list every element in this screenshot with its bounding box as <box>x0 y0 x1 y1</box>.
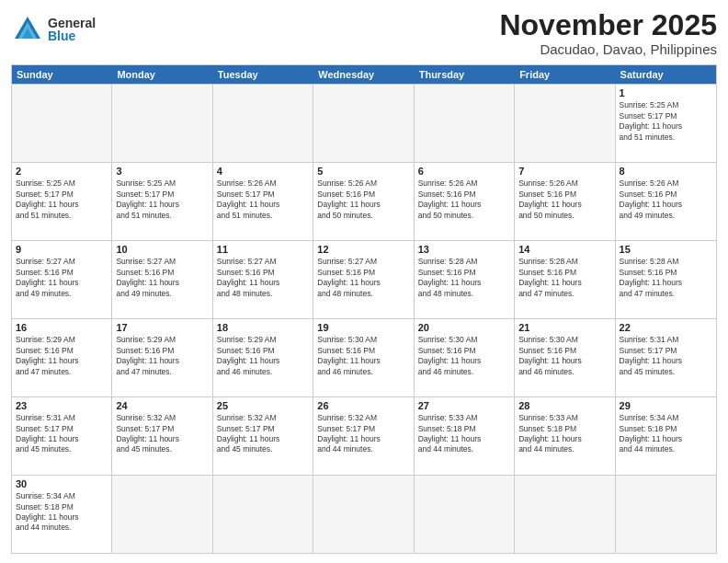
day-info: Sunrise: 5:27 AM Sunset: 5:16 PM Dayligh… <box>116 257 208 299</box>
weekday-header: Tuesday <box>213 65 313 84</box>
calendar-header: SundayMondayTuesdayWednesdayThursdayFrid… <box>12 65 716 84</box>
day-info: Sunrise: 5:26 AM Sunset: 5:16 PM Dayligh… <box>418 178 510 221</box>
day-info: Sunrise: 5:31 AM Sunset: 5:17 PM Dayligh… <box>620 335 712 377</box>
day-info: Sunrise: 5:26 AM Sunset: 5:17 PM Dayligh… <box>217 178 309 221</box>
calendar-cell: 26Sunrise: 5:32 AM Sunset: 5:17 PM Dayli… <box>313 397 414 475</box>
day-info: Sunrise: 5:26 AM Sunset: 5:16 PM Dayligh… <box>317 178 409 221</box>
day-number: 11 <box>217 244 309 255</box>
calendar-cell <box>415 85 515 162</box>
day-number: 1 <box>620 87 712 98</box>
calendar-cell: 23Sunrise: 5:31 AM Sunset: 5:17 PM Dayli… <box>12 397 112 475</box>
calendar-cell: 22Sunrise: 5:31 AM Sunset: 5:17 PM Dayli… <box>616 319 716 396</box>
calendar-cell: 21Sunrise: 5:30 AM Sunset: 5:16 PM Dayli… <box>515 319 615 396</box>
calendar-row: 1Sunrise: 5:25 AM Sunset: 5:17 PM Daylig… <box>12 84 716 162</box>
day-number: 26 <box>317 400 409 411</box>
header: General Blue November 2025 Dacudao, Dava… <box>11 9 717 57</box>
day-info: Sunrise: 5:33 AM Sunset: 5:18 PM Dayligh… <box>418 413 510 455</box>
day-number: 14 <box>518 244 610 255</box>
weekday-header: Thursday <box>415 65 515 84</box>
calendar-cell: 20Sunrise: 5:30 AM Sunset: 5:16 PM Dayli… <box>415 319 515 396</box>
day-number: 6 <box>418 166 510 177</box>
day-number: 9 <box>16 244 108 255</box>
calendar-cell <box>213 85 313 162</box>
calendar-row: 23Sunrise: 5:31 AM Sunset: 5:17 PM Dayli… <box>12 396 716 475</box>
calendar-cell: 8Sunrise: 5:26 AM Sunset: 5:16 PM Daylig… <box>616 163 716 240</box>
day-info: Sunrise: 5:26 AM Sunset: 5:16 PM Dayligh… <box>518 178 610 221</box>
day-info: Sunrise: 5:29 AM Sunset: 5:16 PM Dayligh… <box>217 335 309 377</box>
calendar-cell: 24Sunrise: 5:32 AM Sunset: 5:17 PM Dayli… <box>112 397 212 475</box>
day-number: 2 <box>16 166 108 177</box>
day-number: 21 <box>518 322 610 333</box>
day-info: Sunrise: 5:28 AM Sunset: 5:16 PM Dayligh… <box>518 257 610 299</box>
calendar: SundayMondayTuesdayWednesdayThursdayFrid… <box>11 64 717 554</box>
calendar-cell <box>515 85 615 162</box>
location: Dacudao, Davao, Philippines <box>499 41 717 57</box>
day-info: Sunrise: 5:30 AM Sunset: 5:16 PM Dayligh… <box>317 335 409 377</box>
day-info: Sunrise: 5:27 AM Sunset: 5:16 PM Dayligh… <box>16 257 108 299</box>
day-number: 4 <box>217 166 309 177</box>
day-info: Sunrise: 5:31 AM Sunset: 5:17 PM Dayligh… <box>16 413 108 455</box>
calendar-row: 30Sunrise: 5:34 AM Sunset: 5:18 PM Dayli… <box>12 475 716 553</box>
calendar-cell <box>112 85 212 162</box>
calendar-cell: 6Sunrise: 5:26 AM Sunset: 5:16 PM Daylig… <box>415 163 515 240</box>
calendar-cell: 3Sunrise: 5:25 AM Sunset: 5:17 PM Daylig… <box>112 163 212 240</box>
day-number: 30 <box>16 478 108 489</box>
weekday-header: Friday <box>515 65 615 84</box>
logo-icon <box>11 13 44 46</box>
calendar-cell: 10Sunrise: 5:27 AM Sunset: 5:16 PM Dayli… <box>112 241 212 318</box>
calendar-row: 9Sunrise: 5:27 AM Sunset: 5:16 PM Daylig… <box>12 240 716 318</box>
calendar-cell <box>515 476 615 553</box>
page: General Blue November 2025 Dacudao, Dava… <box>0 0 728 563</box>
day-number: 16 <box>16 322 108 333</box>
logo-general: General <box>48 17 96 29</box>
day-info: Sunrise: 5:29 AM Sunset: 5:16 PM Dayligh… <box>116 335 208 377</box>
day-info: Sunrise: 5:27 AM Sunset: 5:16 PM Dayligh… <box>217 257 309 299</box>
calendar-cell: 11Sunrise: 5:27 AM Sunset: 5:16 PM Dayli… <box>213 241 313 318</box>
logo: General Blue <box>11 13 96 46</box>
calendar-cell: 12Sunrise: 5:27 AM Sunset: 5:16 PM Dayli… <box>313 241 414 318</box>
day-number: 3 <box>116 166 208 177</box>
calendar-cell <box>616 476 716 553</box>
calendar-cell: 16Sunrise: 5:29 AM Sunset: 5:16 PM Dayli… <box>12 319 112 396</box>
logo-blue: Blue <box>48 29 96 42</box>
day-number: 13 <box>418 244 510 255</box>
day-info: Sunrise: 5:25 AM Sunset: 5:17 PM Dayligh… <box>116 178 208 221</box>
calendar-row: 16Sunrise: 5:29 AM Sunset: 5:16 PM Dayli… <box>12 318 716 396</box>
day-number: 20 <box>418 322 510 333</box>
day-number: 18 <box>217 322 309 333</box>
day-number: 8 <box>620 166 712 177</box>
calendar-cell: 5Sunrise: 5:26 AM Sunset: 5:16 PM Daylig… <box>313 163 414 240</box>
day-info: Sunrise: 5:34 AM Sunset: 5:18 PM Dayligh… <box>620 413 712 455</box>
day-info: Sunrise: 5:25 AM Sunset: 5:17 PM Dayligh… <box>16 178 108 221</box>
month-title: November 2025 <box>499 9 717 41</box>
calendar-cell: 14Sunrise: 5:28 AM Sunset: 5:16 PM Dayli… <box>515 241 615 318</box>
day-number: 23 <box>16 400 108 411</box>
day-number: 17 <box>116 322 208 333</box>
day-info: Sunrise: 5:33 AM Sunset: 5:18 PM Dayligh… <box>518 413 610 455</box>
day-info: Sunrise: 5:25 AM Sunset: 5:17 PM Dayligh… <box>620 100 712 143</box>
calendar-cell: 13Sunrise: 5:28 AM Sunset: 5:16 PM Dayli… <box>415 241 515 318</box>
calendar-cell <box>313 85 414 162</box>
day-number: 24 <box>116 400 208 411</box>
calendar-cell <box>12 85 112 162</box>
logo-text: General Blue <box>48 17 96 42</box>
day-number: 19 <box>317 322 409 333</box>
calendar-cell <box>415 476 515 553</box>
weekday-header: Saturday <box>616 65 716 84</box>
day-info: Sunrise: 5:30 AM Sunset: 5:16 PM Dayligh… <box>518 335 610 377</box>
day-info: Sunrise: 5:28 AM Sunset: 5:16 PM Dayligh… <box>418 257 510 299</box>
calendar-cell: 7Sunrise: 5:26 AM Sunset: 5:16 PM Daylig… <box>515 163 615 240</box>
calendar-cell: 27Sunrise: 5:33 AM Sunset: 5:18 PM Dayli… <box>415 397 515 475</box>
calendar-cell: 15Sunrise: 5:28 AM Sunset: 5:16 PM Dayli… <box>616 241 716 318</box>
day-info: Sunrise: 5:32 AM Sunset: 5:17 PM Dayligh… <box>217 413 309 455</box>
calendar-cell: 29Sunrise: 5:34 AM Sunset: 5:18 PM Dayli… <box>616 397 716 475</box>
title-block: November 2025 Dacudao, Davao, Philippine… <box>499 9 717 57</box>
calendar-cell <box>313 476 414 553</box>
day-number: 27 <box>418 400 510 411</box>
day-info: Sunrise: 5:32 AM Sunset: 5:17 PM Dayligh… <box>116 413 208 455</box>
day-info: Sunrise: 5:34 AM Sunset: 5:18 PM Dayligh… <box>16 491 108 534</box>
weekday-header: Sunday <box>12 65 112 84</box>
day-info: Sunrise: 5:27 AM Sunset: 5:16 PM Dayligh… <box>317 257 409 299</box>
calendar-cell: 17Sunrise: 5:29 AM Sunset: 5:16 PM Dayli… <box>112 319 212 396</box>
day-number: 5 <box>317 166 409 177</box>
